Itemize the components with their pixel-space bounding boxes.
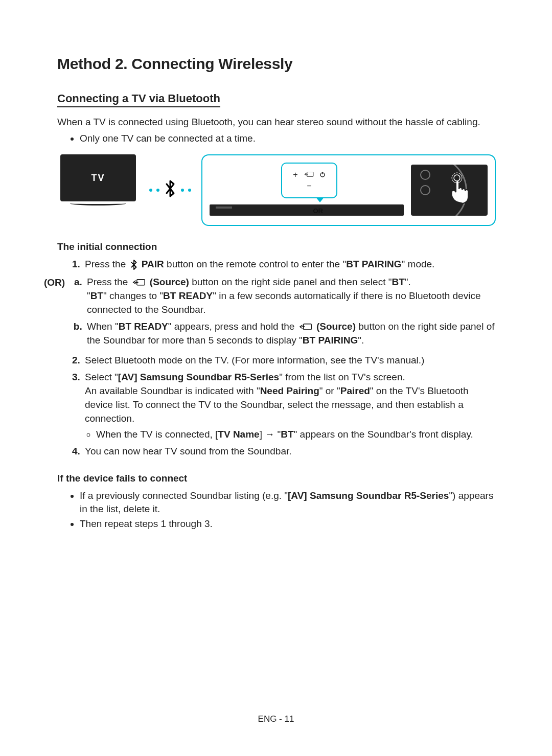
fail-title: If the device fails to connect bbox=[57, 473, 496, 484]
soundbar-body bbox=[210, 204, 404, 216]
page-title: Method 2. Connecting Wirelessly bbox=[57, 55, 496, 73]
soundbar-illustration: + − OR bbox=[210, 163, 404, 216]
source-icon bbox=[298, 323, 313, 332]
substeps-list: Press the (Source) button on the right s… bbox=[72, 276, 496, 351]
intro-bullet-item: Only one TV can be connected at a time. bbox=[80, 132, 496, 146]
fail-bullet-1: If a previously connected Soundbar listi… bbox=[80, 489, 496, 516]
or-tag: (OR) bbox=[44, 276, 72, 290]
side-panel-bubble: + − bbox=[281, 163, 337, 198]
step3-bullet-item: When the TV is connected, [TV Name] → "B… bbox=[96, 428, 496, 442]
manual-page: Method 2. Connecting Wirelessly Connecti… bbox=[0, 0, 552, 756]
hand-icon bbox=[444, 172, 485, 210]
connection-diagram: TV + bbox=[57, 154, 496, 226]
bluetooth-signal bbox=[149, 179, 191, 201]
fail-bullets: If a previously connected Soundbar listi… bbox=[57, 489, 496, 531]
intro-text: When a TV is connected using Bluetooth, … bbox=[57, 116, 496, 129]
section-subtitle: Connecting a TV via Bluetooth bbox=[57, 92, 220, 107]
step-3: Select "[AV] Samsung Soundbar R5-Series"… bbox=[83, 371, 496, 442]
source-icon bbox=[303, 171, 314, 179]
step-2: Select Bluetooth mode on the TV. (For mo… bbox=[83, 354, 496, 368]
intro-bullets: Only one TV can be connected at a time. bbox=[57, 132, 496, 146]
tv-illustration: TV bbox=[57, 154, 139, 211]
control-panel-illustration bbox=[411, 165, 488, 216]
minus-icon: − bbox=[307, 181, 311, 191]
step-4: You can now hear TV sound from the Sound… bbox=[83, 445, 496, 459]
or-label: OR bbox=[313, 207, 324, 215]
substep-a: Press the (Source) button on the right s… bbox=[85, 276, 496, 317]
tv-stand bbox=[70, 201, 126, 205]
tv-screen: TV bbox=[60, 154, 136, 201]
steps-list: Press the PAIR button on the remote cont… bbox=[57, 258, 496, 459]
bluetooth-icon bbox=[130, 260, 138, 270]
power-icon bbox=[319, 171, 326, 179]
step-1: Press the PAIR button on the remote cont… bbox=[83, 258, 496, 351]
step3-bullets: When the TV is connected, [TV Name] → "B… bbox=[85, 428, 496, 442]
soundbar-callout: + − OR bbox=[201, 154, 496, 226]
fail-bullet-2: Then repeat steps 1 through 3. bbox=[80, 517, 496, 531]
substep-b: When "BT READY" appears, press and hold … bbox=[85, 320, 496, 348]
plus-icon: + bbox=[293, 170, 297, 179]
source-icon bbox=[132, 278, 146, 287]
initial-connection-title: The initial connection bbox=[57, 241, 496, 253]
page-footer: ENG - 11 bbox=[0, 714, 552, 724]
bluetooth-icon bbox=[164, 179, 177, 201]
